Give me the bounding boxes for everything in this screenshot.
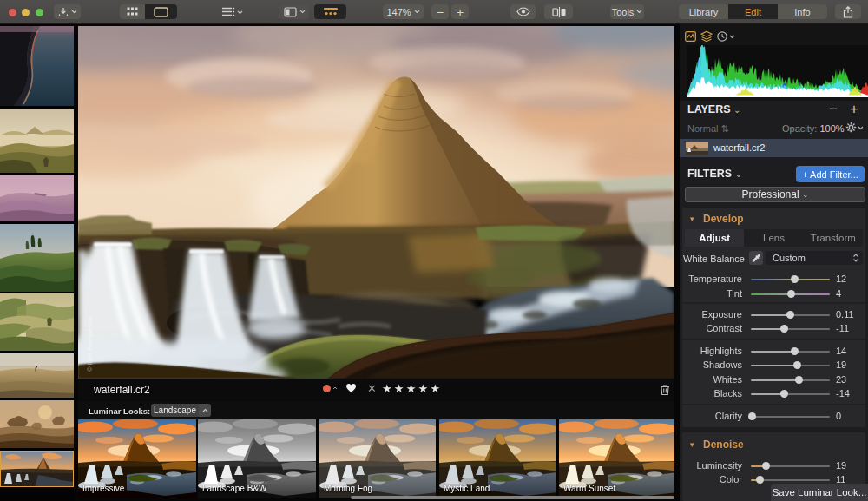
svg-text:© Iurie Belegurschi: © Iurie Belegurschi <box>86 316 94 372</box>
